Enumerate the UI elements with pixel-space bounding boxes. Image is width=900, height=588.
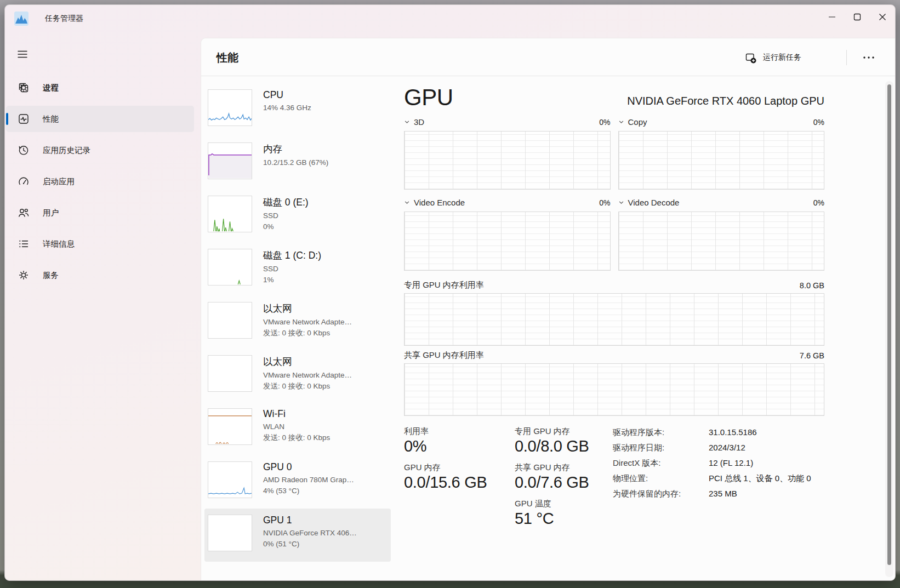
chart-dedicated-memory <box>404 293 824 346</box>
gpu0-minichart <box>208 461 252 498</box>
driver-version-value: 31.0.15.5186 <box>709 427 757 438</box>
toolbar-divider <box>846 50 847 65</box>
main-panel: 性能 运行新任务 CPU14% 4.36 GHz 内存10.2/15.2 <box>201 38 895 580</box>
more-options-button[interactable] <box>855 50 883 65</box>
chart-video-encode <box>404 212 611 271</box>
directx-version-value: 12 (FL 12.1) <box>709 458 753 469</box>
minimize-button[interactable] <box>819 5 845 29</box>
perf-item-wifi[interactable]: Wi-FiWLAN发送: 0 接收: 0 Kbps <box>204 402 391 455</box>
vertical-scrollbar[interactable] <box>885 81 893 577</box>
ethernet2-minichart <box>208 355 252 392</box>
disk1-minichart <box>208 249 252 286</box>
perf-item-memory[interactable]: 内存10.2/15.2 GB (67%) <box>204 136 391 190</box>
reserved-memory-value: 235 MB <box>709 489 737 499</box>
perf-item-cpu[interactable]: CPU14% 4.36 GHz <box>204 83 391 136</box>
chart-3d <box>404 131 611 190</box>
chart-header-video-encode[interactable]: Video Encode 0% <box>404 198 611 207</box>
gpu-temperature-value: 51 °C <box>515 510 613 528</box>
maximize-button[interactable] <box>845 5 870 29</box>
dedicated-memory-header: 专用 GPU 内存利用率 8.0 GB <box>404 280 824 290</box>
shared-memory-header: 共享 GPU 内存利用率 7.6 GB <box>404 350 824 361</box>
minimize-icon <box>825 10 839 24</box>
chart-header-video-decode[interactable]: Video Decode 0% <box>618 198 825 207</box>
chevron-down-icon <box>618 119 624 125</box>
gear-icon <box>17 81 30 94</box>
sidebar: 进程 性能 应用历史记录 启动应用 用户 详细信息 <box>5 33 201 580</box>
chevron-down-icon <box>404 119 410 125</box>
driver-date-value: 2024/3/12 <box>709 443 745 453</box>
physical-location-value: PCI 总线 1、设备 0、功能 0 <box>709 473 811 484</box>
cpu-minichart <box>208 89 252 126</box>
gpu-detail-pane: GPU NVIDIA GeForce RTX 4060 Laptop GPU 3… <box>404 77 824 535</box>
close-button[interactable] <box>870 5 895 29</box>
ellipsis-icon <box>862 55 875 60</box>
perf-item-disk1[interactable]: 磁盘 1 (C: D:)SSD1% <box>204 243 391 296</box>
sidebar-item-settings[interactable]: 设置 <box>6 75 194 101</box>
maximize-icon <box>851 10 864 24</box>
gpu-name: NVIDIA GeForce RTX 4060 Laptop GPU <box>627 95 824 111</box>
scrollbar-thumb[interactable] <box>887 84 891 565</box>
perf-item-gpu1[interactable]: GPU 1NVIDIA GeForce RTX 406…0% (51 °C) <box>204 509 391 562</box>
chevron-down-icon <box>618 199 624 205</box>
hamburger-icon <box>16 48 29 60</box>
chart-header-3d[interactable]: 3D 0% <box>404 117 611 127</box>
perf-item-disk0[interactable]: 磁盘 0 (E:)SSD0% <box>204 190 391 243</box>
run-new-task-label: 运行新任务 <box>763 53 801 62</box>
gpu-title: GPU <box>404 84 453 111</box>
chevron-down-icon <box>404 199 410 205</box>
wifi-minichart <box>208 408 252 445</box>
gpu-stats: 利用率0% GPU 内存0.0/15.6 GB 专用 GPU 内存0.0/8.0… <box>404 426 824 535</box>
panel-header: 性能 运行新任务 <box>201 38 895 76</box>
page-title: 性能 <box>217 50 238 65</box>
perf-item-gpu0[interactable]: GPU 0AMD Radeon 780M Grap…4% (53 °C) <box>204 455 391 509</box>
perf-item-ethernet1[interactable]: 以太网VMware Network Adapte…发送: 0 接收: 0 Kbp… <box>204 296 391 349</box>
close-icon <box>876 10 889 24</box>
ethernet1-minichart <box>208 302 252 339</box>
chart-header-copy[interactable]: Copy 0% <box>618 117 825 127</box>
title-bar: 任务管理器 <box>5 5 895 33</box>
chart-shared-memory <box>404 363 824 416</box>
task-manager-window: 任务管理器 进程 性能 <box>4 4 896 581</box>
shared-memory-value: 0.0/7.6 GB <box>515 473 613 492</box>
chart-video-decode <box>618 212 825 271</box>
performance-list: CPU14% 4.36 GHz 内存10.2/15.2 GB (67%) 磁盘 … <box>204 83 391 562</box>
task-manager-app-icon <box>14 12 29 26</box>
gpu-memory-value: 0.0/15.6 GB <box>404 473 515 492</box>
perf-item-ethernet2[interactable]: 以太网VMware Network Adapte…发送: 0 接收: 0 Kbp… <box>204 349 391 402</box>
disk0-minichart <box>208 196 252 232</box>
memory-minichart <box>208 142 252 179</box>
run-new-task-button[interactable]: 运行新任务 <box>738 48 808 68</box>
dedicated-memory-value: 0.0/8.0 GB <box>515 437 613 455</box>
chart-copy <box>618 131 825 190</box>
sidebar-item-label: 设置 <box>43 83 59 93</box>
window-title: 任务管理器 <box>45 14 83 24</box>
new-task-icon <box>745 52 756 64</box>
utilization-value: 0% <box>404 437 515 455</box>
menu-toggle-button[interactable] <box>12 44 33 64</box>
gpu1-minichart <box>208 515 252 551</box>
